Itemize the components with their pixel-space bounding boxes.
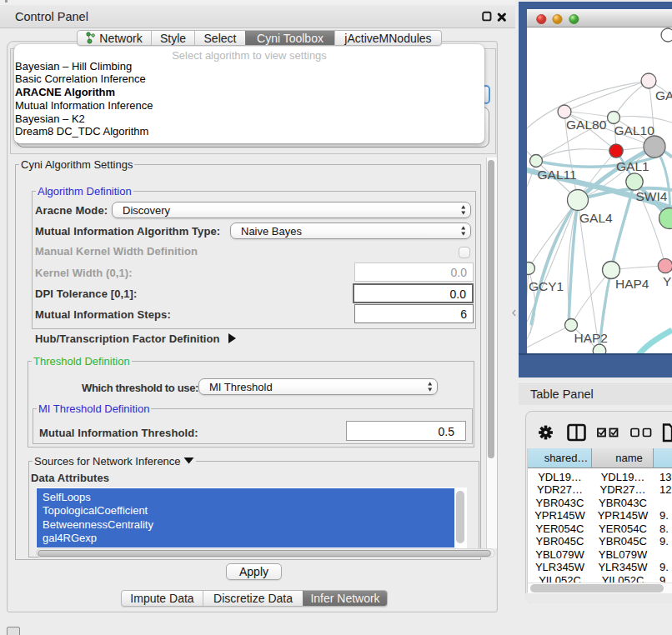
svg-text:GCY1: GCY1 <box>529 279 564 293</box>
svg-text:HAP2: HAP2 <box>574 331 609 345</box>
svg-text:HAP4: HAP4 <box>615 277 649 291</box>
svg-text:GAL11: GAL11 <box>538 168 577 182</box>
svg-text:GAL7: GAL7 <box>655 88 672 102</box>
svg-text:GAL10: GAL10 <box>614 123 655 138</box>
svg-text:SWI4: SWI4 <box>636 189 668 203</box>
svg-text:GAL80: GAL80 <box>566 118 607 132</box>
svg-text:GAL4: GAL4 <box>579 211 613 225</box>
svg-text:Y: Y <box>663 274 671 288</box>
svg-text:GAL1: GAL1 <box>616 159 649 173</box>
